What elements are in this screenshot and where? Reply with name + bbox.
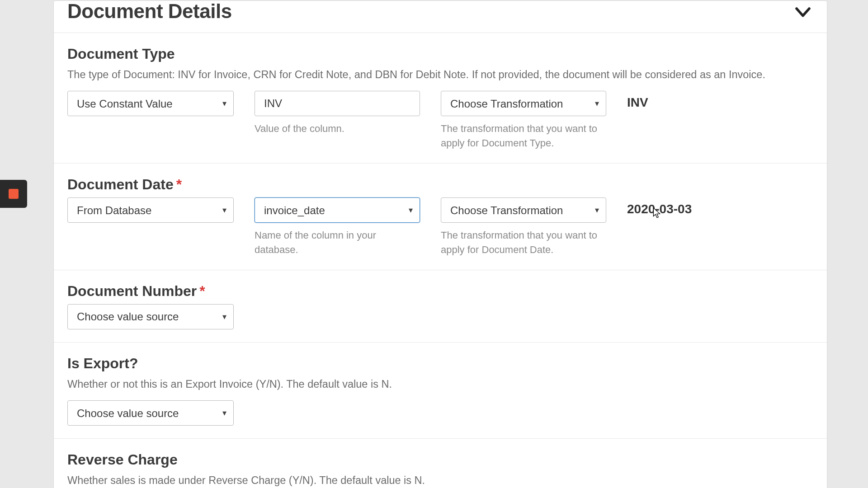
card-header: Document Details bbox=[54, 1, 827, 33]
doc-date-column-select[interactable]: invoice_date bbox=[255, 197, 420, 223]
field-label: Document Date* bbox=[67, 176, 813, 193]
field-description: Whether or not this is an Export Invoice… bbox=[67, 376, 813, 392]
doc-type-transformation-select[interactable]: Choose Transformation bbox=[441, 91, 606, 116]
record-stop-button[interactable] bbox=[0, 180, 27, 208]
doc-type-value-input[interactable] bbox=[255, 91, 420, 116]
field-label: Document Type bbox=[67, 46, 813, 62]
doc-date-source-select[interactable]: From Database bbox=[67, 197, 234, 223]
hint-text: Value of the column. bbox=[255, 122, 417, 136]
doc-date-preview: 2020-03-03 bbox=[627, 202, 813, 216]
doc-type-preview: INV bbox=[627, 95, 813, 110]
field-description: The type of Document: INV for Invoice, C… bbox=[67, 67, 813, 83]
chevron-down-icon[interactable] bbox=[793, 1, 813, 22]
field-label: Reverse Charge bbox=[67, 451, 813, 468]
required-star-icon: * bbox=[199, 283, 205, 299]
field-label: Is Export? bbox=[67, 355, 813, 372]
field-reverse-charge: Reverse Charge Whether sales is made und… bbox=[54, 439, 827, 488]
field-description: Whether sales is made under Reverse Char… bbox=[67, 473, 813, 488]
field-document-type: Document Type The type of Document: INV … bbox=[54, 33, 827, 164]
section-title: Document Details bbox=[67, 0, 232, 23]
doc-number-source-select[interactable]: Choose value source bbox=[67, 304, 234, 329]
stop-icon bbox=[9, 189, 19, 199]
hint-text: The transformation that you want to appl… bbox=[441, 122, 604, 150]
required-star-icon: * bbox=[176, 176, 182, 192]
is-export-source-select[interactable]: Choose value source bbox=[67, 400, 234, 426]
field-label: Document Number* bbox=[67, 283, 813, 300]
doc-type-source-select[interactable]: Use Constant Value bbox=[67, 91, 234, 116]
field-document-number: Document Number* Choose value source bbox=[54, 270, 827, 343]
page-scroll-container[interactable]: Document Details Document Type The type … bbox=[0, 0, 868, 488]
document-details-card: Document Details Document Type The type … bbox=[53, 0, 827, 488]
doc-date-transformation-select[interactable]: Choose Transformation bbox=[441, 197, 606, 223]
field-document-date: Document Date* From Database invoice_dat… bbox=[54, 164, 827, 270]
hint-text: The transformation that you want to appl… bbox=[441, 228, 604, 257]
hint-text: Name of the column in your database. bbox=[255, 228, 417, 257]
field-is-export: Is Export? Whether or not this is an Exp… bbox=[54, 343, 827, 439]
